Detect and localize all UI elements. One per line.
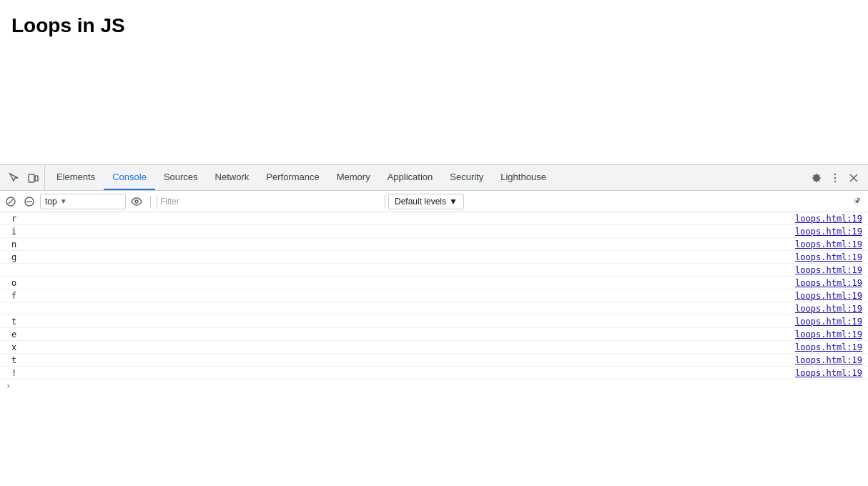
table-row: x loops.html:19 bbox=[0, 341, 868, 354]
table-row: e loops.html:19 bbox=[0, 328, 868, 341]
levels-value: Default levels bbox=[395, 197, 446, 207]
svg-point-3 bbox=[834, 177, 836, 178]
close-devtools-icon[interactable] bbox=[845, 169, 862, 187]
tab-performance[interactable]: Performance bbox=[257, 165, 327, 190]
console-toolbar: top ▼ Default levels ▼ bbox=[0, 191, 868, 212]
console-settings-icon[interactable] bbox=[849, 194, 865, 209]
tab-elements[interactable]: Elements bbox=[48, 165, 104, 190]
more-options-icon[interactable] bbox=[827, 169, 844, 187]
tab-application[interactable]: Application bbox=[379, 165, 442, 190]
devtools-panel: Elements Console Sources Network Perform… bbox=[0, 164, 868, 486]
console-output: r loops.html:19 i loops.html:19 n loops.… bbox=[0, 212, 868, 486]
page-content: Loops in JS bbox=[0, 0, 868, 164]
inspect-element-icon[interactable] bbox=[6, 169, 23, 187]
chevron-down-icon: ▼ bbox=[60, 197, 67, 205]
settings-icon[interactable] bbox=[808, 169, 825, 187]
page-title: Loops in JS bbox=[11, 14, 857, 37]
block-requests-icon[interactable] bbox=[21, 194, 37, 209]
svg-point-7 bbox=[135, 200, 138, 203]
context-selector[interactable]: top ▼ bbox=[40, 194, 126, 209]
filter-container bbox=[157, 194, 385, 209]
tab-network[interactable]: Network bbox=[207, 165, 258, 190]
levels-chevron-icon: ▼ bbox=[449, 197, 458, 207]
filter-divider bbox=[150, 196, 151, 207]
context-value: top bbox=[45, 197, 57, 207]
clear-console-icon[interactable] bbox=[3, 194, 19, 209]
devtools-tabs: Elements Console Sources Network Perform… bbox=[48, 165, 805, 190]
table-row: o loops.html:19 bbox=[0, 277, 868, 289]
table-row: loops.html:19 bbox=[0, 264, 868, 277]
tab-memory[interactable]: Memory bbox=[328, 165, 379, 190]
svg-rect-1 bbox=[35, 176, 38, 181]
table-row: r loops.html:19 bbox=[0, 212, 868, 225]
table-row: loops.html:19 bbox=[0, 302, 868, 315]
table-row: i loops.html:19 bbox=[0, 225, 868, 238]
console-prompt-row: › bbox=[0, 380, 868, 392]
table-row: f loops.html:19 bbox=[0, 289, 868, 302]
table-row: t loops.html:19 bbox=[0, 354, 868, 367]
filter-input[interactable] bbox=[157, 194, 385, 209]
levels-selector[interactable]: Default levels ▼ bbox=[388, 194, 464, 209]
prompt-arrow: › bbox=[6, 381, 11, 391]
tab-console[interactable]: Console bbox=[104, 165, 155, 190]
tab-lighthouse[interactable]: Lighthouse bbox=[492, 165, 555, 190]
table-row: g loops.html:19 bbox=[0, 251, 868, 264]
eye-icon[interactable] bbox=[129, 194, 144, 209]
tab-security[interactable]: Security bbox=[441, 165, 492, 190]
svg-rect-0 bbox=[29, 174, 34, 182]
devtools-right-icons bbox=[805, 169, 865, 187]
devtools-tabbar: Elements Console Sources Network Perform… bbox=[0, 165, 868, 191]
svg-point-2 bbox=[834, 173, 836, 174]
svg-point-4 bbox=[834, 180, 836, 182]
table-row: n loops.html:19 bbox=[0, 238, 868, 251]
tab-sources[interactable]: Sources bbox=[155, 165, 207, 190]
table-row: ! loops.html:19 bbox=[0, 367, 868, 380]
table-row: t loops.html:19 bbox=[0, 315, 868, 328]
device-toolbar-icon[interactable] bbox=[24, 169, 41, 187]
devtools-left-icons bbox=[3, 165, 45, 190]
